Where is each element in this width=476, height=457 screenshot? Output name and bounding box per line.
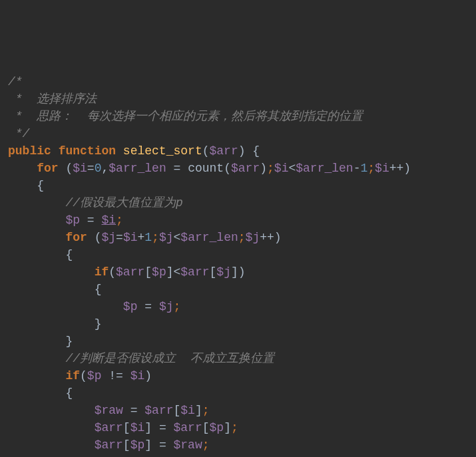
brace: }: [95, 317, 102, 331]
op: <: [174, 265, 181, 279]
op: <: [288, 162, 296, 175]
bracket: [: [210, 265, 217, 279]
brace: {: [65, 386, 73, 400]
bracket: [: [202, 421, 210, 434]
bracket: ]: [144, 438, 152, 452]
comment-line: * 思路： 每次选择一个相应的元素，然后将其放到指定的位置: [8, 110, 363, 123]
variable: $i: [73, 162, 87, 175]
bracket: ]: [195, 404, 202, 417]
paren: (: [95, 231, 102, 244]
variable: $j: [159, 231, 174, 244]
paren: (: [224, 162, 231, 175]
variable: $arr: [180, 265, 209, 279]
variable: $arr: [231, 162, 260, 175]
paren: ): [260, 162, 267, 175]
keyword-function: function: [59, 144, 116, 158]
variable: $arr_len: [180, 231, 238, 244]
semicolon: ;: [367, 162, 375, 175]
op: +: [137, 231, 144, 244]
variable: $p: [65, 214, 80, 227]
op: -: [354, 162, 361, 175]
bracket: ]: [166, 265, 174, 279]
comment-line: //假设最大值位置为p: [65, 196, 182, 210]
paren: (: [65, 162, 73, 175]
variable: $i: [130, 369, 145, 382]
variable: $j: [101, 231, 116, 244]
variable: $raw: [174, 438, 202, 452]
paren: (: [202, 144, 210, 158]
semicolon: ;: [238, 231, 246, 244]
semicolon: ;: [267, 162, 274, 175]
number: 0: [95, 162, 102, 175]
comment-line: /*: [8, 75, 23, 88]
paren: (: [109, 265, 116, 279]
variable: $i: [274, 162, 289, 175]
op: <: [174, 231, 181, 244]
brace: {: [65, 248, 73, 261]
bracket: [: [174, 404, 181, 417]
bracket: ]: [144, 421, 152, 434]
variable: $p: [87, 369, 102, 382]
semicolon: ;: [116, 214, 123, 227]
variable: $arr_len: [296, 162, 353, 175]
variable: $p: [210, 421, 224, 434]
op: =: [87, 214, 95, 227]
paren: ): [238, 144, 246, 158]
variable: $j: [159, 300, 174, 313]
variable: $arr: [144, 404, 173, 417]
semicolon: ;: [202, 438, 210, 452]
op: =: [144, 300, 152, 313]
function-name: select_sort: [123, 144, 202, 158]
paren: (: [80, 369, 87, 382]
semicolon: ;: [152, 231, 159, 244]
op: =: [159, 421, 166, 434]
keyword-if: if: [95, 265, 109, 279]
variable: $p: [123, 300, 138, 313]
keyword-public: public: [8, 144, 51, 158]
op: =: [130, 404, 138, 417]
comma: ,: [101, 162, 109, 175]
variable: $arr: [95, 438, 123, 452]
paren: ): [238, 265, 246, 279]
variable: $i: [180, 404, 195, 417]
op: =: [159, 438, 166, 452]
semicolon: ;: [202, 404, 210, 417]
comment-line: */: [8, 127, 29, 140]
op: ++: [389, 162, 404, 175]
variable: $j: [216, 265, 231, 279]
number: 1: [144, 231, 152, 244]
bracket: ]: [224, 421, 231, 434]
op: !=: [109, 369, 123, 382]
brace: }: [65, 335, 73, 348]
variable: $j: [246, 231, 260, 244]
op: ++: [260, 231, 274, 244]
comment-line: //判断是否假设成立 不成立互换位置: [65, 352, 274, 365]
paren: ): [274, 231, 282, 244]
brace: {: [37, 179, 44, 192]
variable: $i: [130, 421, 145, 434]
variable: $p: [130, 438, 145, 452]
bracket: [: [144, 265, 152, 279]
bracket: ]: [231, 265, 238, 279]
paren: ): [144, 369, 152, 382]
semicolon: ;: [231, 421, 238, 434]
code-editor[interactable]: /* * 选择排序法 * 思路： 每次选择一个相应的元素，然后将其放到指定的位置…: [8, 73, 468, 457]
variable: $arr: [95, 421, 123, 434]
variable: $p: [152, 265, 166, 279]
paren: ): [403, 162, 411, 175]
variable: $arr: [210, 144, 238, 158]
number: 1: [360, 162, 367, 175]
keyword-if: if: [65, 369, 80, 382]
bracket: [: [123, 438, 130, 452]
variable: $raw: [95, 404, 123, 417]
variable: $i: [101, 214, 116, 227]
variable: $arr_len: [109, 162, 166, 175]
variable: $i: [375, 162, 389, 175]
brace: {: [95, 283, 102, 296]
op: =: [87, 162, 95, 175]
comment-line: * 选择排序法: [8, 92, 97, 106]
op: =: [116, 231, 123, 244]
semicolon: ;: [173, 300, 180, 313]
op: =: [174, 162, 181, 175]
keyword-for: for: [65, 231, 87, 244]
